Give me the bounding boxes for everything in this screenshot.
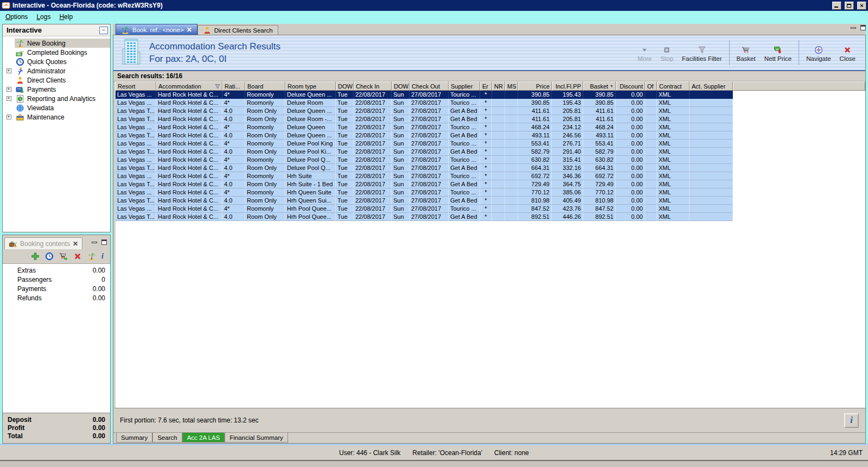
table-row[interactable]: Las Vegas ...Hard Rock Hotel & C...4*Roo… [116,188,865,197]
column-header-ms[interactable]: MS [505,81,518,91]
table-row[interactable]: Las Vegas T...Hard Rock Hotel & C...4.0R… [116,180,865,188]
table-cell-of [645,99,657,107]
table-row[interactable]: Las Vegas ...Hard Rock Hotel & C...4*Roo… [116,140,865,148]
column-header-discount[interactable]: Discount [616,81,645,91]
plus-icon[interactable]: + [7,115,11,119]
expand-icon[interactable]: + [3,96,15,101]
column-header-accommodation[interactable]: Accommodation [156,81,222,91]
panel-window-buttons [851,25,866,35]
table-cell-resort: Las Vegas T... [116,197,156,205]
tab-book-ref-none[interactable]: Book. ref.: <none>✕ [116,24,197,35]
column-header-contract[interactable]: Contract [657,81,690,91]
table-cell-contract: XML [657,107,690,115]
close-icon[interactable]: ✕ [187,26,192,34]
sidebar-item-direct-clients[interactable]: Direct Clients [3,75,110,85]
bottom-tab-search[interactable]: Search [152,433,182,443]
plus-icon[interactable]: + [7,68,11,73]
sidebar-item-administrator[interactable]: +Administrator [3,66,110,75]
column-header-room-type[interactable]: Room type [285,81,336,91]
sidebar-item-quick-quotes[interactable]: Quick Quotes [3,57,110,66]
table-row[interactable]: Las Vegas ...Hard Rock Hotel & C...4*Roo… [116,172,865,180]
column-header-act-supplier[interactable]: Act. Supplier [690,81,733,91]
maximize-icon[interactable] [860,25,866,30]
expand-icon[interactable]: + [3,68,15,73]
bottom-tab-acc-2a-las[interactable]: Acc 2A LAS [182,433,225,443]
table-row[interactable]: Las Vegas T...Hard Rock Hotel & C...4.0R… [116,131,865,140]
table-row[interactable]: Las Vegas T...Hard Rock Hotel & C...4.0R… [116,197,865,205]
minimize-icon[interactable] [851,27,856,29]
status-segment: Client: none [488,449,535,457]
sidebar-item-payments[interactable]: +$Payments [3,85,110,94]
table-row[interactable]: Las Vegas ...Hard Rock Hotel & C...4*Roo… [116,156,865,164]
column-header-resort[interactable]: Resort [116,81,156,91]
table-cell-check-in: 22/08/2017 [354,140,392,148]
menu-logs[interactable]: Logs [32,12,55,22]
table-cell-check-in: 22/08/2017 [354,115,392,123]
table-row[interactable]: Las Vegas T...Hard Rock Hotel & C...4.0R… [116,107,865,115]
close-button[interactable]: × [857,2,866,10]
plus-icon[interactable]: + [7,87,11,92]
table-cell-resort: Las Vegas ... [116,140,156,148]
facilities-filter-button[interactable]: Facilities Filter [678,43,726,63]
sidebar-item-viewdata[interactable]: Viewdata [3,103,110,112]
restore-button[interactable] [845,2,854,10]
minimize-icon[interactable] [92,242,97,243]
plus-icon[interactable]: + [7,96,11,101]
column-header-check-in[interactable]: Check In [354,81,392,91]
column-header-price[interactable]: Price [518,81,552,91]
basket-button[interactable]: Basket [732,43,760,63]
column-header-of[interactable]: Of [645,81,657,91]
table-cell-act-supplier [690,148,733,156]
menu-help[interactable]: Help [55,12,77,22]
close-icon[interactable]: ✕ [73,240,78,248]
table-row[interactable]: Las Vegas T...Hard Rock Hotel & C...4.0R… [116,164,865,172]
sidebar-item-completed-bookings[interactable]: Completed Bookings [3,48,110,57]
table-cell-check-out: 27/08/2017 [410,180,449,188]
sidebar-item-reporting-and-analytics[interactable]: +Reporting and Analytics [3,94,110,103]
filter-icon[interactable] [215,84,220,89]
expand-icon[interactable]: + [3,115,15,119]
column-header-nr[interactable]: NR [492,81,505,91]
table-row[interactable]: Las Vegas ...Hard Rock Hotel & C...4*Roo… [116,91,865,99]
column-header-er[interactable]: Er [480,81,492,91]
table-cell-rating: 4.0 [222,197,245,205]
maximize-icon[interactable] [101,239,107,245]
column-header-rating[interactable]: Rati... [222,81,245,91]
sidebar-item-new-booking[interactable]: New Booking [3,39,110,48]
clock-icon[interactable] [45,252,54,261]
column-header-dow-in[interactable]: DOW [336,81,354,91]
bottom-tab-financial-summary[interactable]: Financial Summary [225,433,288,443]
nett-price-button[interactable]: Nett Price [760,43,796,63]
table-row[interactable]: Las Vegas T...Hard Rock Hotel & C...4.0R… [116,213,865,221]
booking-contents-tab[interactable]: Booking contents ✕ [4,237,82,249]
table-cell-check-out: 27/08/2017 [410,131,449,140]
column-header-incl-fl-pp[interactable]: Incl.Fl.PP [552,81,583,91]
add-icon[interactable] [31,252,40,261]
info-button[interactable]: i [844,413,859,428]
table-row[interactable]: Las Vegas T...Hard Rock Hotel & C...4.0R… [116,148,865,156]
cart-arrow-icon[interactable] [59,252,68,261]
delete-x-icon[interactable] [73,252,82,261]
table-row[interactable]: Las Vegas ...Hard Rock Hotel & C...4*Roo… [116,123,865,131]
info-icon[interactable]: i [101,253,104,260]
table-row[interactable]: Las Vegas ...Hard Rock Hotel & C...4*Roo… [116,205,865,213]
menu-options[interactable]: Options [1,12,32,22]
sidebar-item-maintenance[interactable]: +Maintenance [3,112,110,122]
navigate-button[interactable]: Navigate [802,43,835,63]
tab-direct-clients-search[interactable]: Direct Clients Search [197,25,278,35]
bottom-tab-summary[interactable]: Summary [116,433,152,443]
table-row[interactable]: Las Vegas ...Hard Rock Hotel & C...4*Roo… [116,99,865,107]
column-header-supplier[interactable]: Supplier [449,81,480,91]
column-header-dow-out[interactable]: DOW [392,81,410,91]
palm-tree-icon[interactable] [87,252,96,261]
column-header-check-out[interactable]: Check Out [410,81,449,91]
column-header-basket[interactable]: Basket▼ [583,81,616,91]
expand-icon[interactable]: + [3,87,15,92]
column-header-board[interactable]: Board [245,81,285,91]
minimize-button[interactable] [832,2,841,10]
table-row[interactable]: Las Vegas T...Hard Rock Hotel & C...4.0R… [116,115,865,123]
table-cell-supplier: Get A Bed [449,107,480,115]
close-button[interactable]: Close [835,43,860,63]
column-header-label: Accommodation [158,83,201,90]
panel-collapse-button[interactable]: − [99,27,108,34]
